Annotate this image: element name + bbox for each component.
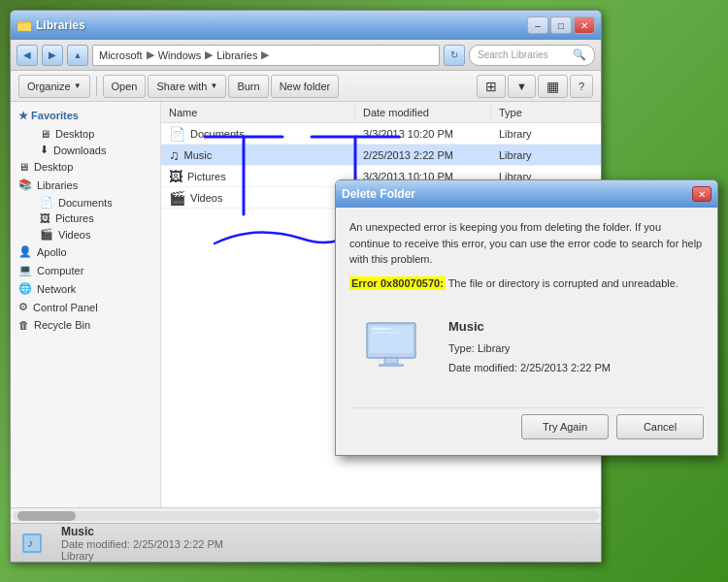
status-info: Music Date modified: 2/25/2013 2:22 PM L…	[61, 525, 223, 562]
try-again-button[interactable]: Try Again	[521, 414, 609, 439]
error-code: Error 0x80070570:	[349, 276, 446, 290]
maximize-button[interactable]: □	[550, 16, 572, 34]
toolbar: Organize ▼ Open Share with ▼ Burn New fo…	[11, 71, 601, 102]
file-name: Pictures	[187, 171, 226, 182]
title-buttons: – □ ✕	[527, 16, 595, 34]
apollo-icon: 👤	[18, 245, 32, 258]
dialog-buttons: Try Again Cancel	[349, 407, 704, 443]
music-icon: ♪	[20, 528, 51, 559]
nav-item-desktop1[interactable]: 🖥 Desktop	[11, 126, 160, 142]
libraries-icon: 📚	[18, 178, 32, 191]
address-bar: ◀ ▶ ▲ Microsoft ▶ Windows ▶ Libraries ▶ …	[11, 40, 601, 71]
videos-icon: 🎬	[40, 228, 53, 241]
up-button[interactable]: ▲	[67, 45, 88, 66]
dialog-file-name: Music	[448, 315, 611, 338]
path-segment-3: Libraries	[216, 49, 257, 61]
svg-rect-12	[384, 358, 398, 364]
network-icon: 🌐	[18, 282, 32, 295]
path-segment-2: Windows	[158, 49, 202, 61]
col-header-name[interactable]: Name	[161, 105, 355, 120]
details-pane-button[interactable]: ▦	[538, 75, 568, 98]
delete-folder-dialog: Delete Folder ✕ An unexpected error is k…	[335, 179, 718, 456]
svg-rect-11	[370, 326, 413, 353]
nav-item-recycle-bin[interactable]: 🗑 Recycle Bin	[11, 316, 160, 334]
favorites-header[interactable]: ★ Favorites	[11, 106, 160, 126]
file-name-cell: 📄 Documents	[161, 124, 355, 144]
svg-rect-13	[379, 364, 404, 367]
burn-button[interactable]: Burn	[228, 75, 268, 98]
error-desc: The file or directory is corrupted and u…	[446, 277, 678, 289]
path-sep-3: ▶	[261, 48, 269, 61]
explorer-close-button[interactable]: ✕	[574, 16, 595, 34]
cancel-button[interactable]: Cancel	[616, 414, 704, 439]
file-icon: 🎬	[169, 190, 185, 206]
nav-item-videos[interactable]: 🎬 Videos	[11, 226, 160, 242]
svg-text:♪: ♪	[27, 536, 33, 550]
documents-icon: 📄	[40, 196, 53, 209]
scrollbar-track	[13, 511, 599, 521]
address-path[interactable]: Microsoft ▶ Windows ▶ Libraries ▶	[92, 45, 440, 66]
nav-item-computer[interactable]: 💻 Computer	[11, 261, 160, 279]
col-header-type[interactable]: Type	[491, 105, 601, 120]
refresh-button[interactable]: ↻	[444, 45, 465, 66]
nav-item-desktop2[interactable]: 🖥 Desktop	[11, 158, 160, 176]
path-segment-1: Microsoft	[99, 49, 143, 61]
view-button[interactable]: ⊞	[477, 75, 506, 98]
nav-item-control-panel[interactable]: ⚙ Control Panel	[11, 298, 160, 316]
help-button[interactable]: ?	[570, 75, 593, 98]
file-name: Videos	[190, 192, 222, 204]
table-row[interactable]: ♫ Music 2/25/2013 2:22 PM Library	[161, 145, 601, 166]
nav-item-documents[interactable]: 📄 Documents	[11, 194, 160, 210]
file-icon: ♫	[169, 147, 180, 163]
file-name: Music	[184, 149, 213, 161]
nav-item-downloads[interactable]: ⬇ Downloads	[11, 142, 160, 158]
status-file-icon: ♪	[20, 528, 51, 559]
error-code-line: Error 0x80070570: The file or directory …	[349, 277, 704, 289]
share-with-button[interactable]: Share with ▼	[148, 75, 226, 98]
nav-item-libraries[interactable]: 📚 Libraries	[11, 176, 160, 194]
dialog-file-date: Date modified: 2/25/2013 2:22 PM	[448, 359, 611, 378]
desktop-icon: 🖥	[40, 128, 50, 140]
open-button[interactable]: Open	[103, 75, 147, 98]
forward-button[interactable]: ▶	[42, 45, 63, 66]
explorer-icon	[17, 17, 32, 33]
nav-item-apollo[interactable]: 👤 Apollo	[11, 242, 160, 261]
svg-rect-15	[372, 332, 399, 334]
path-sep-2: ▶	[205, 48, 213, 61]
file-icon: 📄	[169, 126, 185, 142]
computer-icon: 💻	[18, 264, 32, 276]
nav-item-network[interactable]: 🌐 Network	[11, 279, 160, 298]
file-name-cell: 🎬 Videos	[161, 188, 355, 208]
dialog-message: An unexpected error is keeping you from …	[349, 219, 704, 268]
minimize-button[interactable]: –	[527, 16, 548, 34]
pictures-icon: 🖼	[40, 212, 50, 224]
svg-rect-14	[372, 328, 391, 330]
back-button[interactable]: ◀	[17, 45, 38, 66]
dialog-title-bar: Delete Folder ✕	[336, 180, 717, 208]
explorer-title: Libraries	[36, 18, 85, 32]
search-placeholder: Search Libraries	[478, 49, 548, 60]
horizontal-scrollbar[interactable]	[11, 507, 601, 523]
status-filename: Music	[61, 525, 223, 538]
downloads-icon: ⬇	[40, 144, 49, 156]
dialog-file-type: Type: Library	[448, 340, 611, 359]
file-name: Documents	[190, 128, 245, 140]
view-options-button[interactable]: ▼	[508, 75, 536, 98]
search-icon: 🔍	[573, 48, 586, 61]
svg-rect-1	[17, 23, 31, 31]
organize-button[interactable]: Organize ▼	[18, 75, 90, 98]
favorites-icon: ★	[18, 110, 28, 121]
new-folder-button[interactable]: New folder	[271, 75, 340, 98]
search-box[interactable]: Search Libraries 🔍	[469, 45, 595, 66]
dialog-body: An unexpected error is keeping you from …	[336, 208, 717, 455]
dialog-close-button[interactable]: ✕	[692, 186, 711, 202]
nav-item-pictures[interactable]: 🖼 Pictures	[11, 210, 160, 226]
status-meta1: Date modified: 2/25/2013 2:22 PM	[61, 538, 223, 550]
table-row[interactable]: 📄 Documents 3/3/2013 10:20 PM Library	[161, 123, 601, 145]
file-type: Library	[491, 126, 601, 142]
col-header-date[interactable]: Date modified	[355, 105, 491, 120]
file-type: Library	[491, 147, 601, 163]
scrollbar-thumb[interactable]	[17, 511, 76, 521]
status-bar: ♪ Music Date modified: 2/25/2013 2:22 PM…	[11, 523, 601, 562]
file-name-cell: 🖼 Pictures	[161, 167, 355, 186]
